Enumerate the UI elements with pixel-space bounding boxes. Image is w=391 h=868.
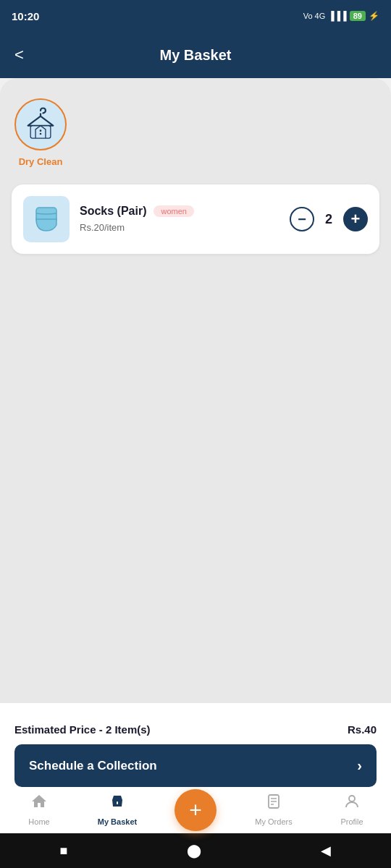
- android-nav-bar: ■ ⬤ ◀: [0, 833, 391, 868]
- home-icon: [30, 793, 48, 814]
- category-dry-clean[interactable]: Dry Clean: [14, 98, 67, 167]
- android-home-button[interactable]: ⬤: [187, 843, 201, 859]
- increase-quantity-button[interactable]: +: [343, 207, 368, 231]
- schedule-btn-label: Schedule a Collection: [29, 759, 157, 773]
- basket-item-card: Socks (Pair) women Rs.20/item − 2 +: [12, 184, 379, 254]
- status-icons: Vo 4G ▐▐▐ 89 ⚡: [303, 11, 379, 21]
- item-name-row: Socks (Pair) women: [80, 205, 279, 218]
- charging-icon: ⚡: [369, 11, 379, 21]
- decrease-quantity-button[interactable]: −: [290, 207, 314, 231]
- header: < My Basket: [0, 32, 391, 78]
- svg-point-1: [40, 129, 42, 132]
- nav-basket-label: My Basket: [98, 817, 137, 826]
- back-button[interactable]: <: [14, 46, 24, 64]
- fab-add-button[interactable]: +: [175, 789, 216, 831]
- battery-indicator: 89: [350, 11, 366, 21]
- android-back-button[interactable]: ■: [60, 843, 68, 859]
- basket-icon: [109, 793, 126, 814]
- quantity-control: − 2 +: [290, 207, 368, 231]
- category-section: Dry Clean: [12, 93, 379, 173]
- nav-profile[interactable]: Profile: [313, 793, 391, 826]
- item-price: Rs.20/item: [80, 222, 125, 233]
- estimated-label: Estimated Price - 2 Item(s): [14, 723, 151, 736]
- estimated-price-row: Estimated Price - 2 Item(s) Rs.40: [14, 715, 377, 744]
- main-content: Dry Clean Socks (Pair) women Rs.20/item …: [0, 78, 391, 703]
- nav-home[interactable]: Home: [0, 793, 78, 826]
- item-details: Socks (Pair) women Rs.20/item: [80, 205, 279, 234]
- dry-clean-icon-circle: [14, 98, 67, 150]
- nav-basket[interactable]: My Basket: [78, 793, 156, 826]
- svg-point-2: [40, 133, 42, 135]
- nav-profile-label: Profile: [340, 817, 363, 826]
- nav-home-label: Home: [28, 817, 49, 826]
- svg-point-8: [349, 796, 355, 801]
- network-icon: Vo 4G: [303, 12, 326, 20]
- nav-orders-label: My Orders: [255, 817, 292, 826]
- content-spacer: [12, 265, 379, 689]
- status-bar: 10:20 Vo 4G ▐▐▐ 89 ⚡: [0, 0, 391, 32]
- estimated-value: Rs.40: [348, 723, 377, 736]
- nav-orders[interactable]: My Orders: [235, 793, 313, 826]
- socks-svg-icon: [30, 203, 62, 235]
- profile-icon: [343, 793, 361, 814]
- schedule-btn-chevron: ›: [357, 757, 362, 774]
- svg-rect-0: [30, 126, 51, 138]
- dry-clean-svg-icon: [22, 106, 59, 143]
- quantity-value: 2: [321, 212, 336, 227]
- bottom-section: Estimated Price - 2 Item(s) Rs.40 Schedu…: [0, 703, 391, 787]
- orders-icon: [265, 793, 282, 814]
- schedule-collection-button[interactable]: Schedule a Collection ›: [14, 744, 377, 787]
- item-tag: women: [154, 205, 193, 217]
- signal-icon: ▐▐▐: [328, 11, 347, 21]
- page-title: My Basket: [160, 47, 232, 64]
- item-image: [23, 196, 70, 242]
- dry-clean-label: Dry Clean: [19, 156, 63, 167]
- bottom-nav: Home My Basket + My Orders Profile: [0, 787, 391, 833]
- android-recents-button[interactable]: ◀: [321, 843, 331, 859]
- item-name: Socks (Pair): [80, 205, 146, 218]
- status-time: 10:20: [12, 10, 39, 22]
